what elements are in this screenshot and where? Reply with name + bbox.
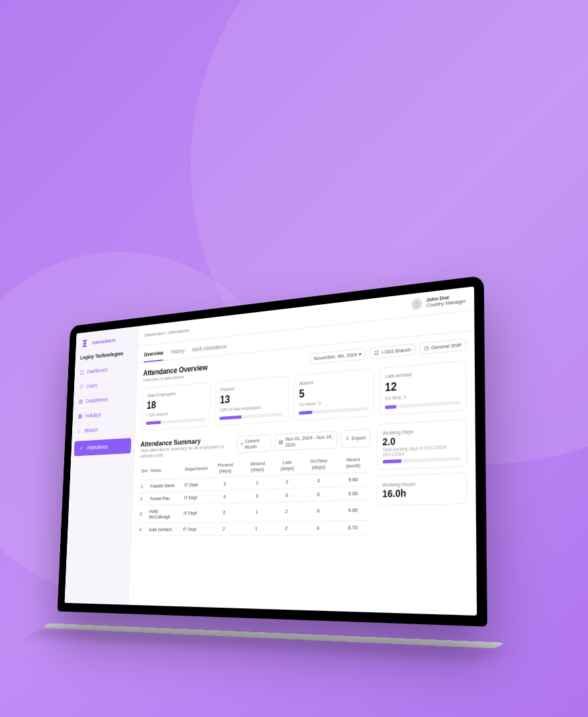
laptop-screen-frame: SHAKARAVIT Logixy Technologies ◫Dashboar… bbox=[58, 276, 487, 627]
progress-bar bbox=[219, 412, 283, 419]
calendar-icon: ▦ bbox=[77, 413, 83, 419]
date-range-filter[interactable]: ▤ Nov 01, 2024 - Nov 24, 2024 bbox=[275, 430, 338, 451]
progress-bar bbox=[299, 406, 368, 414]
avatar-icon bbox=[411, 298, 422, 310]
breadcrumb-item[interactable]: Dashboard bbox=[144, 330, 165, 338]
breadcrumb-item[interactable]: Attendance bbox=[168, 327, 189, 335]
department-icon: ▤ bbox=[78, 398, 83, 404]
stat-card: Total Employees18I-10/3 Branch bbox=[141, 382, 211, 430]
table-header: Department bbox=[183, 459, 209, 478]
svg-point-0 bbox=[416, 302, 418, 305]
user-chip[interactable]: John Doe Country Manager bbox=[411, 293, 466, 310]
table-header: Present (days) bbox=[209, 458, 242, 478]
breadcrumb: Dashboard › Attendance bbox=[144, 327, 189, 338]
table-header: Absent (days) bbox=[242, 457, 274, 476]
app-screen: SHAKARAVIT Logixy Technologies ◫Dashboar… bbox=[64, 286, 477, 616]
table-header: Sr# bbox=[140, 462, 150, 480]
sidebar: SHAKARAVIT Logixy Technologies ◫Dashboar… bbox=[64, 326, 138, 605]
progress-bar bbox=[383, 457, 461, 463]
sidebar-item-attendance[interactable]: ✓Attendance bbox=[74, 438, 132, 456]
calendar-icon: ▾ bbox=[359, 351, 362, 357]
progress-bar bbox=[385, 400, 460, 409]
calendar-icon: ▤ bbox=[279, 439, 283, 445]
export-button[interactable]: ⇩ Export bbox=[341, 428, 370, 447]
filter-icon: ▿ bbox=[241, 441, 244, 447]
sidebar-item-label: Users bbox=[86, 382, 97, 389]
table-header: Late (days) bbox=[273, 455, 301, 475]
mini-value: 16.0h bbox=[382, 486, 461, 499]
period-filter[interactable]: ▿ Current Month bbox=[236, 434, 271, 453]
date-filter[interactable]: November, 4th, 2024 ▾ bbox=[309, 348, 366, 364]
table-header: Hours (work) bbox=[336, 452, 369, 473]
tab-overview[interactable]: Overview bbox=[144, 347, 164, 362]
shift-filter[interactable]: ◷ General Shift bbox=[420, 338, 466, 354]
table-header: Name bbox=[149, 461, 183, 480]
stat-card: Late Arrived12On time: 1 bbox=[379, 360, 466, 415]
stat-card: Present1372% of total employees bbox=[215, 375, 289, 425]
progress-bar bbox=[146, 417, 205, 425]
stat-card: Absent5On leave: 0 bbox=[293, 368, 374, 421]
clock-icon: ◷ bbox=[424, 345, 429, 351]
summary-table: Sr#NameDepartmentPresent (days)Absent (d… bbox=[138, 452, 370, 536]
summary-side-cards: Working Days2.0Total working days in 01/… bbox=[376, 419, 467, 535]
branch-filter[interactable]: ◫ I-10/3 Branch bbox=[369, 343, 415, 359]
mini-card: Working Hours16.0h bbox=[376, 472, 467, 506]
main-area: Dashboard › Attendance John Doe Country … bbox=[128, 286, 477, 616]
sidebar-item-label: Attendance bbox=[87, 443, 108, 451]
download-icon: ⇩ bbox=[345, 435, 350, 442]
laptop-base bbox=[41, 624, 504, 649]
brand-name: SHAKARAVIT bbox=[92, 338, 116, 345]
brand-logo-icon bbox=[81, 338, 90, 349]
sidebar-item-label: Holidays bbox=[85, 412, 101, 419]
sidebar-item-label: Department bbox=[86, 396, 108, 404]
content: Attendance Overview Overview of attendan… bbox=[128, 330, 477, 616]
branch-icon: ⌂ bbox=[77, 428, 82, 434]
table-header: OnTime (days) bbox=[301, 453, 336, 474]
sidebar-item-label: Branch bbox=[85, 427, 98, 433]
users-icon: ⚇ bbox=[79, 384, 84, 390]
tab-history[interactable]: History bbox=[170, 345, 185, 359]
dashboard-icon: ◫ bbox=[79, 369, 85, 376]
building-icon: ◫ bbox=[374, 349, 379, 356]
sidebar-nav: ◫Dashboard⚇Users▤Department▦Holidays⌂Bra… bbox=[71, 360, 137, 459]
sidebar-item-label: Dashboard bbox=[87, 366, 107, 374]
mini-card: Working Days2.0Total working days in 01/… bbox=[377, 419, 467, 470]
table-row[interactable]: 4Julia GerlachIT Dept21208.70 bbox=[138, 520, 370, 536]
attendance-icon: ✓ bbox=[79, 445, 84, 451]
